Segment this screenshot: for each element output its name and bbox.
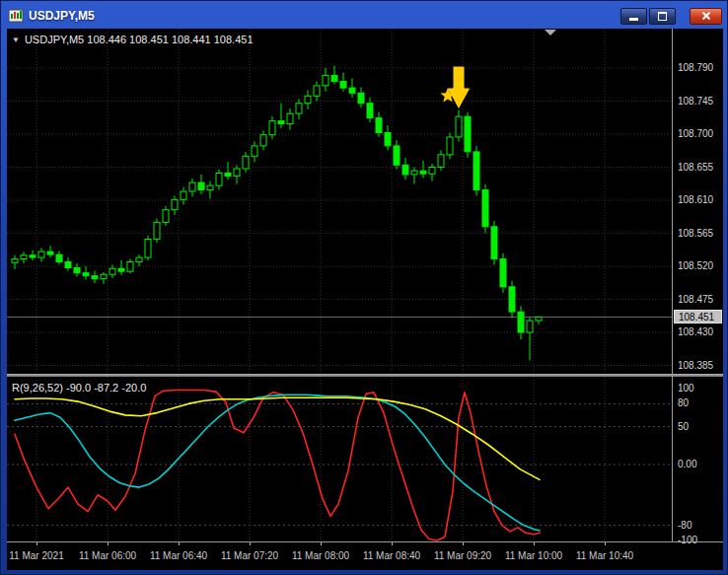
time-axis-tick [179, 542, 180, 545]
candlestick-chart[interactable] [7, 29, 672, 374]
price-axis-label: 108.385 [678, 360, 713, 372]
chart-client-area: ▼ USDJPY,M5 108.446 108.451 108.441 108.… [7, 29, 723, 570]
symbol-marker-icon: ▼ [12, 36, 20, 44]
indicator-axis-label: -80 [678, 520, 692, 532]
close-button[interactable] [690, 8, 722, 25]
time-axis-tick [250, 542, 251, 545]
time-axis-label: 11 Mar 06:40 [141, 550, 216, 561]
price-axis-label: 108.745 [678, 96, 713, 108]
time-axis-tick [534, 542, 535, 545]
window-controls [619, 8, 724, 25]
close-icon [701, 11, 711, 21]
symbol-info-label: ▼ USDJPY,M5 108.446 108.451 108.441 108.… [12, 34, 254, 45]
price-axis-label: 108.790 [678, 62, 713, 74]
time-axis-tick [108, 542, 109, 545]
window-title: USDJPY,M5 [29, 9, 95, 23]
indicator-label: R(9,26,52) -90.0 -87.2 -20.0 [12, 382, 146, 394]
symbol-ohlc-text: USDJPY,M5 108.446 108.451 108.441 108.45… [25, 34, 254, 45]
maximize-button[interactable] [649, 8, 676, 25]
time-axis-tick [463, 542, 464, 545]
time-axis-label: 11 Mar 07:20 [212, 550, 287, 561]
time-axis-label: 11 Mar 09:20 [425, 550, 500, 561]
indicator-axis-label: 80 [678, 397, 689, 409]
chart-window: USDJPY,M5 ▼ USDJPY,M5 108.446 108.451 10… [0, 0, 728, 575]
indicator-axis-label: 0.00 [678, 459, 696, 470]
time-axis-tick [36, 542, 37, 545]
bid-price-box: 108.451 [674, 310, 722, 323]
time-axis-label: 11 Mar 06:00 [70, 550, 145, 561]
price-axis-label: 108.565 [678, 228, 713, 240]
time-axis-tick [321, 542, 322, 545]
price-axis-label: 108.430 [678, 326, 713, 338]
minimize-icon [629, 18, 638, 21]
time-axis-label: 11 Mar 08:40 [354, 550, 429, 561]
time-axis-label: 11 Mar 2021 [0, 550, 74, 561]
time-axis-label: 11 Mar 10:40 [567, 550, 642, 561]
minimize-button[interactable] [620, 8, 647, 25]
maximize-icon [658, 12, 667, 21]
indicator-panel[interactable] [7, 377, 672, 541]
price-axis-label: 108.520 [678, 260, 713, 272]
price-axis-label: 108.700 [678, 128, 713, 140]
chart-icon [8, 8, 24, 24]
price-axis[interactable]: 108.451 108.790108.745108.700108.655108.… [672, 29, 723, 541]
time-axis-tick [605, 542, 606, 545]
time-axis-tick [392, 542, 393, 545]
time-axis[interactable]: 11 Mar 202111 Mar 06:0011 Mar 06:4011 Ma… [7, 541, 723, 570]
titlebar[interactable]: USDJPY,M5 [4, 4, 724, 28]
indicator-axis-label: 100 [678, 383, 694, 395]
price-axis-label: 108.475 [678, 294, 713, 306]
price-axis-label: 108.655 [678, 162, 713, 174]
time-axis-label: 11 Mar 08:00 [283, 550, 358, 561]
price-axis-label: 108.610 [678, 194, 713, 206]
indicator-axis-label: 50 [678, 421, 689, 433]
time-axis-label: 11 Mar 10:00 [496, 550, 571, 561]
